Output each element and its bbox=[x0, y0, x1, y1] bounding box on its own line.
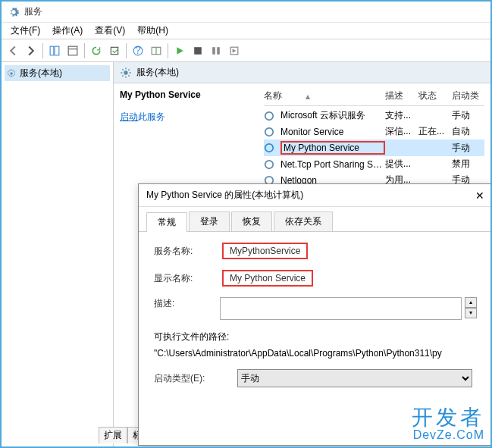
tab-logon[interactable]: 登录 bbox=[189, 211, 230, 231]
service-row[interactable]: Microsoft 云标识服务 支持... 手动 bbox=[264, 108, 484, 124]
tab-dependencies[interactable]: 依存关系 bbox=[274, 211, 333, 231]
separator bbox=[168, 43, 168, 58]
tab-extended[interactable]: 扩展 bbox=[99, 427, 127, 443]
service-row[interactable]: Net.Tcp Port Sharing Ser... 提供... 禁用 bbox=[264, 156, 484, 172]
service-start: 手动 bbox=[452, 142, 482, 155]
svg-rect-0 bbox=[50, 46, 54, 55]
content-header-label: 服务(本地) bbox=[136, 66, 179, 79]
svg-rect-1 bbox=[55, 46, 59, 55]
stop-service-button[interactable] bbox=[190, 42, 206, 59]
scroll-up-icon[interactable]: ▴ bbox=[465, 297, 477, 308]
svg-point-17 bbox=[265, 144, 274, 152]
back-button[interactable] bbox=[5, 42, 21, 59]
path-label: 可执行文件的路径: bbox=[154, 331, 477, 343]
service-name: Net.Tcp Port Sharing Ser... bbox=[280, 159, 385, 170]
gear-icon bbox=[264, 159, 274, 170]
svg-rect-10 bbox=[212, 47, 215, 55]
description-label: 描述: bbox=[154, 297, 220, 310]
col-start[interactable]: 启动类 bbox=[452, 89, 482, 102]
service-desc: 提供... bbox=[385, 158, 418, 171]
description-textarea[interactable] bbox=[220, 297, 462, 320]
svg-rect-9 bbox=[194, 47, 202, 55]
content-header: 服务(本地) bbox=[114, 62, 490, 83]
menu-help[interactable]: 帮助(H) bbox=[131, 23, 174, 39]
pause-service-button[interactable] bbox=[208, 42, 224, 59]
startup-row: 启动类型(E): 手动 bbox=[154, 369, 477, 387]
service-desc: 支持... bbox=[385, 109, 418, 122]
service-status: 正在... bbox=[418, 125, 452, 138]
display-name-value: My Python Service bbox=[222, 270, 313, 287]
separator bbox=[42, 43, 43, 58]
menu-file[interactable]: 文件(F) bbox=[5, 23, 46, 39]
service-desc: 深信... bbox=[385, 125, 418, 138]
gear-icon bbox=[264, 143, 274, 153]
startup-type-select[interactable]: 手动 bbox=[237, 369, 472, 387]
service-row[interactable]: Monitor Service 深信... 正在... 自动 bbox=[264, 124, 484, 139]
svg-point-13 bbox=[10, 72, 13, 75]
toolbar: ? bbox=[2, 39, 490, 62]
svg-point-16 bbox=[265, 127, 274, 136]
properties-dialog: My Python Service 的属性(本地计算机) ✕ 常规 登录 恢复 … bbox=[138, 183, 492, 446]
separator bbox=[126, 43, 127, 58]
help-button[interactable]: ? bbox=[130, 42, 146, 59]
svg-rect-4 bbox=[111, 47, 118, 54]
menubar: 文件(F) 操作(A) 查看(V) 帮助(H) bbox=[2, 23, 490, 39]
svg-rect-2 bbox=[68, 46, 77, 55]
service-name: Microsoft 云标识服务 bbox=[280, 109, 385, 122]
service-name-label: 服务名称: bbox=[154, 245, 222, 258]
list-header: 名称 ▴ 描述 状态 启动类 bbox=[264, 89, 484, 106]
window-title: 服务 bbox=[24, 5, 42, 18]
tab-general[interactable]: 常规 bbox=[146, 212, 187, 232]
tree-panel: 服务(本地) bbox=[2, 62, 114, 446]
scroll-down-icon[interactable]: ▾ bbox=[465, 308, 477, 318]
tree-root-label: 服务(本地) bbox=[20, 67, 62, 80]
start-link[interactable]: 启动 bbox=[120, 111, 138, 122]
description-row: 描述: ▴ ▾ bbox=[154, 297, 477, 320]
display-name-label: 显示名称: bbox=[154, 272, 222, 285]
menu-view[interactable]: 查看(V) bbox=[89, 23, 131, 39]
menu-action[interactable]: 操作(A) bbox=[46, 23, 89, 39]
window-titlebar: 服务 bbox=[2, 2, 490, 23]
startup-label: 启动类型(E): bbox=[154, 372, 237, 385]
action-button[interactable] bbox=[148, 42, 165, 59]
dialog-body: 服务名称: MyPythonService 显示名称: My Python Se… bbox=[139, 232, 492, 409]
tree-root-services[interactable]: 服务(本地) bbox=[5, 65, 110, 81]
service-name: My Python Service bbox=[280, 141, 385, 155]
svg-point-15 bbox=[265, 111, 274, 120]
service-name: Monitor Service bbox=[280, 127, 385, 137]
dialog-titlebar: My Python Service 的属性(本地计算机) ✕ bbox=[139, 184, 492, 207]
close-button[interactable]: ✕ bbox=[469, 190, 484, 202]
col-status[interactable]: 状态 bbox=[418, 89, 452, 102]
gear-icon bbox=[264, 111, 274, 121]
forward-button[interactable] bbox=[23, 42, 39, 59]
start-service-button[interactable] bbox=[171, 42, 188, 59]
service-start: 禁用 bbox=[452, 158, 482, 171]
properties-button[interactable] bbox=[64, 42, 81, 59]
detail-title: My Python Service bbox=[120, 89, 264, 100]
gear-icon bbox=[6, 68, 17, 79]
refresh-button[interactable] bbox=[88, 42, 105, 59]
dialog-tabs: 常规 登录 恢复 依存关系 bbox=[139, 207, 492, 232]
export-button[interactable] bbox=[106, 42, 123, 59]
service-name-value: MyPythonService bbox=[222, 243, 308, 259]
gear-icon bbox=[120, 67, 132, 79]
svg-point-14 bbox=[124, 70, 127, 74]
dialog-title: My Python Service 的属性(本地计算机) bbox=[146, 189, 303, 202]
detail-action: 启动此服务 bbox=[120, 111, 264, 124]
gear-icon bbox=[264, 127, 274, 137]
restart-service-button[interactable] bbox=[226, 42, 243, 59]
svg-text:?: ? bbox=[135, 45, 141, 56]
svg-point-18 bbox=[265, 160, 274, 168]
service-start: 手动 bbox=[452, 109, 482, 122]
show-hide-button[interactable] bbox=[46, 42, 63, 59]
service-start: 自动 bbox=[452, 125, 482, 138]
start-suffix: 此服务 bbox=[138, 111, 165, 122]
svg-rect-11 bbox=[217, 47, 220, 55]
service-row-selected[interactable]: My Python Service 手动 bbox=[264, 139, 484, 156]
display-name-row: 显示名称: My Python Service bbox=[154, 270, 477, 287]
tab-recovery[interactable]: 恢复 bbox=[231, 211, 272, 231]
col-name[interactable]: 名称 ▴ bbox=[264, 89, 385, 102]
services-icon bbox=[8, 6, 20, 18]
col-desc[interactable]: 描述 bbox=[385, 89, 418, 102]
sort-asc-icon: ▴ bbox=[306, 91, 310, 102]
